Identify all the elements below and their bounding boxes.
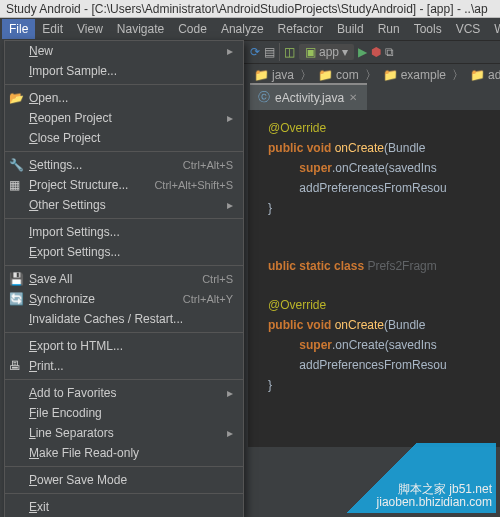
- crumb-com[interactable]: 📁com: [314, 67, 363, 83]
- folder-icon: 📁: [383, 68, 398, 82]
- menu-navigate[interactable]: Navigate: [110, 19, 171, 39]
- menu-item-synchronize[interactable]: 🔄SynchronizeCtrl+Alt+Y: [5, 289, 243, 309]
- menu-item-open[interactable]: 📂Open...: [5, 88, 243, 108]
- sync-icon: 🔄: [9, 292, 23, 306]
- menu-item-reopen-project[interactable]: Reopen Project▸: [5, 108, 243, 128]
- menu-edit[interactable]: Edit: [35, 19, 70, 39]
- menu-item-close-project[interactable]: Close Project: [5, 128, 243, 148]
- watermark: 脚本之家 jb51.netjiaoben.bhizidian.com: [316, 443, 496, 513]
- menu-build[interactable]: Build: [330, 19, 371, 39]
- menu-item-other-settings[interactable]: Other Settings▸: [5, 195, 243, 215]
- crumb-java[interactable]: 📁java: [250, 67, 298, 83]
- file-menu-dropdown: New▸Import Sample...📂Open...Reopen Proje…: [4, 40, 244, 517]
- close-icon[interactable]: ✕: [349, 92, 357, 103]
- crumb-example[interactable]: 📁example: [379, 67, 450, 83]
- class-icon: ⓒ: [258, 89, 270, 106]
- wrench-icon: 🔧: [9, 158, 23, 172]
- folder-icon: 📁: [254, 68, 269, 82]
- run-icon[interactable]: ▶: [358, 45, 367, 59]
- submenu-arrow-icon: ▸: [227, 44, 233, 58]
- print-icon: 🖶: [9, 359, 23, 373]
- submenu-arrow-icon: ▸: [227, 111, 233, 125]
- menu-item-make-file-read-only[interactable]: Make File Read-only: [5, 443, 243, 463]
- menu-window[interactable]: Window: [487, 19, 500, 39]
- menu-item-import-settings[interactable]: Import Settings...: [5, 222, 243, 242]
- window-titlebar: Study Android - [C:\Users\Administrator\…: [0, 0, 500, 18]
- menu-item-import-sample[interactable]: Import Sample...: [5, 61, 243, 81]
- menu-item-save-all[interactable]: 💾Save AllCtrl+S: [5, 269, 243, 289]
- menu-item-exit[interactable]: Exit: [5, 497, 243, 517]
- menu-file[interactable]: File: [2, 19, 35, 39]
- menu-vcs[interactable]: VCS: [449, 19, 488, 39]
- menu-item-file-encoding[interactable]: File Encoding: [5, 403, 243, 423]
- struct-icon: ▦: [9, 178, 23, 192]
- menu-item-line-separators[interactable]: Line Separators▸: [5, 423, 243, 443]
- menu-item-project-structure[interactable]: ▦Project Structure...Ctrl+Alt+Shift+S: [5, 175, 243, 195]
- avd-icon[interactable]: ▤: [264, 45, 275, 59]
- menu-item-print[interactable]: 🖶Print...: [5, 356, 243, 376]
- menu-item-invalidate-caches-restart[interactable]: Invalidate Caches / Restart...: [5, 309, 243, 329]
- crumb-admin[interactable]: 📁administra: [466, 67, 500, 83]
- submenu-arrow-icon: ▸: [227, 426, 233, 440]
- main-menubar: File Edit View Navigate Code Analyze Ref…: [0, 18, 500, 40]
- submenu-arrow-icon: ▸: [227, 198, 233, 212]
- menu-analyze[interactable]: Analyze: [214, 19, 271, 39]
- tab-label: eActivity.java: [275, 91, 344, 105]
- android-icon[interactable]: ◫: [284, 45, 295, 59]
- menu-item-export-settings[interactable]: Export Settings...: [5, 242, 243, 262]
- run-config-combo[interactable]: ▣ app ▾: [299, 44, 354, 60]
- submenu-arrow-icon: ▸: [227, 386, 233, 400]
- folder-icon: 📁: [318, 68, 333, 82]
- attach-icon[interactable]: ⧉: [385, 45, 394, 59]
- save-icon: 💾: [9, 272, 23, 286]
- menu-refactor[interactable]: Refactor: [271, 19, 330, 39]
- menu-run[interactable]: Run: [371, 19, 407, 39]
- menu-item-new[interactable]: New▸: [5, 41, 243, 61]
- run-config-label: app: [319, 45, 339, 59]
- code-editor[interactable]: @Override public void onCreate(Bundle su…: [248, 110, 500, 447]
- menu-item-power-save-mode[interactable]: Power Save Mode: [5, 470, 243, 490]
- menu-item-add-to-favorites[interactable]: Add to Favorites▸: [5, 383, 243, 403]
- open-icon: 📂: [9, 91, 23, 105]
- chevron-down-icon: ▾: [342, 45, 348, 59]
- debug-icon[interactable]: ⬢: [371, 45, 381, 59]
- menu-item-settings[interactable]: 🔧Settings...Ctrl+Alt+S: [5, 155, 243, 175]
- tab-activity[interactable]: ⓒ eActivity.java ✕: [250, 83, 367, 110]
- menu-code[interactable]: Code: [171, 19, 214, 39]
- menu-item-export-to-html[interactable]: Export to HTML...: [5, 336, 243, 356]
- menu-tools[interactable]: Tools: [407, 19, 449, 39]
- menu-view[interactable]: View: [70, 19, 110, 39]
- android-module-icon: ▣: [305, 45, 316, 59]
- folder-icon: 📁: [470, 68, 485, 82]
- sync-icon[interactable]: ⟳: [250, 45, 260, 59]
